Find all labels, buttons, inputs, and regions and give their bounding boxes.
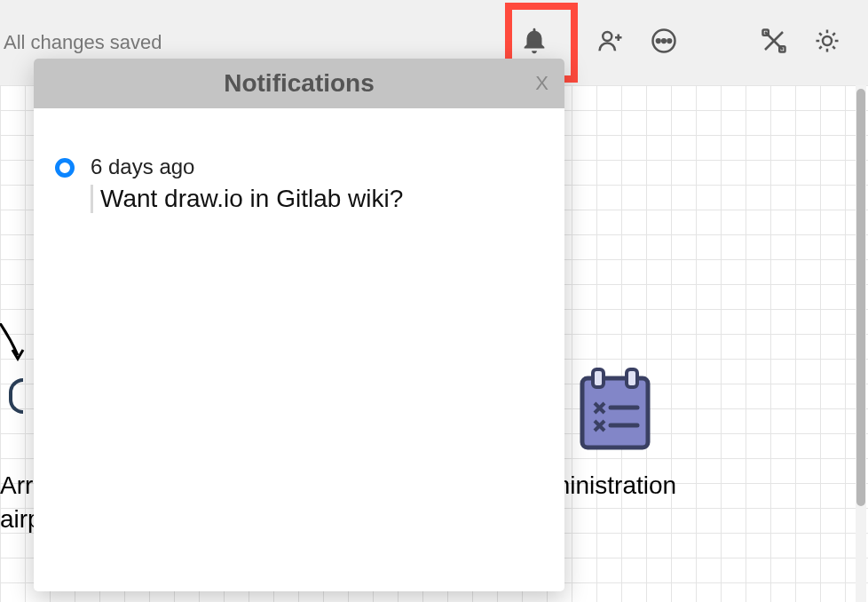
notifications-title: Notifications — [224, 69, 375, 98]
cylinder-shape-fragment — [9, 378, 23, 414]
save-status: All changes saved — [0, 31, 162, 54]
svg-point-5 — [662, 39, 666, 43]
notification-title: Want draw.io in Gitlab wiki? — [91, 185, 403, 213]
more-horizontal-icon — [651, 28, 677, 58]
notification-time: 6 days ago — [91, 154, 403, 179]
svg-rect-20 — [627, 369, 637, 387]
svg-point-4 — [657, 39, 660, 43]
diagram-label-administration: ministration — [549, 469, 676, 503]
svg-line-16 — [819, 46, 822, 49]
person-add-icon — [597, 28, 624, 58]
arrow-icon — [0, 323, 27, 364]
svg-point-6 — [667, 39, 671, 43]
notification-item[interactable]: 6 days ago Want draw.io in Gitlab wiki? — [34, 154, 564, 213]
notifications-list: 6 days ago Want draw.io in Gitlab wiki? — [34, 108, 564, 213]
design-tools-icon — [761, 28, 787, 58]
more-button[interactable] — [648, 27, 680, 59]
close-button[interactable]: X — [535, 72, 548, 95]
appearance-button[interactable] — [811, 27, 843, 59]
svg-line-17 — [832, 33, 835, 36]
svg-point-9 — [823, 36, 832, 45]
svg-line-14 — [819, 33, 822, 36]
bell-icon — [519, 26, 549, 59]
svg-line-15 — [832, 46, 835, 49]
notifications-header: Notifications X — [34, 59, 564, 108]
sun-icon — [814, 28, 840, 58]
svg-point-0 — [603, 32, 612, 41]
unread-marker-icon — [55, 158, 75, 178]
design-tools-button[interactable] — [758, 27, 790, 59]
notification-body: 6 days ago Want draw.io in Gitlab wiki? — [91, 154, 403, 213]
vertical-scrollbar[interactable] — [856, 85, 866, 602]
checklist-icon — [575, 366, 655, 458]
toolbar-actions — [595, 0, 843, 85]
scrollbar-thumb[interactable] — [856, 89, 865, 506]
notifications-button[interactable] — [513, 21, 556, 64]
svg-rect-18 — [582, 378, 648, 448]
svg-rect-19 — [593, 369, 604, 387]
notifications-popover: Notifications X 6 days ago Want draw.io … — [34, 59, 564, 591]
share-button[interactable] — [595, 27, 627, 59]
